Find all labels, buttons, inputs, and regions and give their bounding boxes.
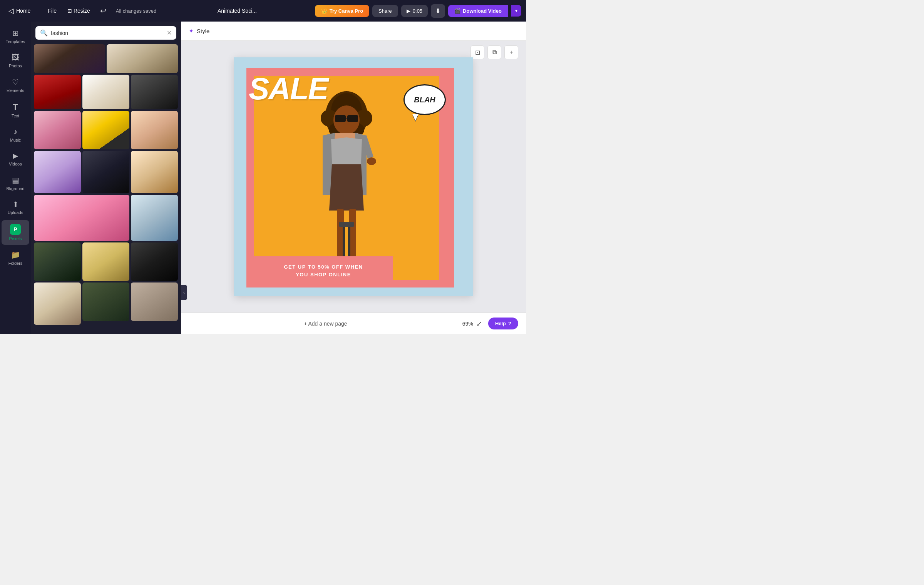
svg-rect-16 bbox=[339, 222, 354, 227]
photo-item[interactable] bbox=[131, 75, 178, 109]
sidebar-item-elements-label: Elements bbox=[7, 88, 24, 93]
style-label: Style bbox=[197, 28, 209, 34]
help-button[interactable]: Help ? bbox=[488, 318, 518, 329]
sidebar-item-videos[interactable]: ▶ Videos bbox=[2, 148, 29, 170]
photo-item[interactable] bbox=[34, 111, 81, 149]
photo-item[interactable] bbox=[34, 75, 81, 109]
background-icon: ▤ bbox=[12, 176, 19, 185]
search-input[interactable] bbox=[51, 30, 164, 36]
file-menu-button[interactable]: File bbox=[44, 5, 60, 16]
download-video-button[interactable]: 🎬 Download Video bbox=[448, 5, 508, 17]
sidebar-item-elements[interactable]: ♡ Elements bbox=[2, 74, 29, 97]
bottom-bar: + Add a new page 69% ⤢ Help ? bbox=[181, 313, 526, 334]
photos-icon: 🖼 bbox=[12, 53, 19, 62]
main-layout: ⊞ Templates 🖼 Photos ♡ Elements T Text ♪… bbox=[0, 22, 526, 334]
svg-rect-7 bbox=[335, 115, 346, 122]
photo-item[interactable] bbox=[82, 75, 129, 109]
crown-icon: 👑 bbox=[321, 8, 327, 14]
help-icon: ? bbox=[508, 321, 511, 326]
music-icon: ♪ bbox=[13, 127, 17, 136]
photo-item[interactable] bbox=[82, 282, 129, 321]
canvas-bottom-bar: GET UP TO 50% OFF WHEN YOU SHOP ONLINE bbox=[254, 256, 393, 285]
sidebar-item-videos-label: Videos bbox=[9, 162, 22, 166]
style-bar: ✦ Style bbox=[181, 22, 526, 41]
style-sparkle-icon: ✦ bbox=[189, 27, 194, 35]
zoom-level: 69% bbox=[462, 321, 473, 327]
sidebar-item-background-label: Bkground bbox=[6, 186, 24, 191]
photo-item[interactable] bbox=[34, 242, 81, 281]
copy-tool-button[interactable]: ⧉ bbox=[487, 45, 501, 59]
photo-item[interactable] bbox=[131, 242, 178, 281]
photo-grid bbox=[31, 75, 181, 334]
undo-button[interactable]: ↩ bbox=[97, 4, 110, 18]
sidebar-item-music-label: Music bbox=[10, 138, 21, 142]
sidebar-item-pexels-label: Pexels bbox=[9, 236, 22, 241]
video-icon: 🎬 bbox=[454, 8, 460, 14]
sidebar-item-text[interactable]: T Text bbox=[2, 98, 29, 122]
pexels-icon: P bbox=[10, 224, 21, 235]
resize-label: Resize bbox=[74, 8, 90, 14]
photo-item[interactable] bbox=[34, 151, 81, 193]
search-clear-button[interactable]: ✕ bbox=[167, 29, 172, 37]
speech-bubble-text: BLAH bbox=[414, 95, 435, 104]
svg-rect-8 bbox=[347, 115, 358, 122]
sidebar-item-templates[interactable]: ⊞ Templates bbox=[2, 25, 29, 48]
nav-divider-1 bbox=[39, 6, 39, 15]
saved-status: All changes saved bbox=[116, 8, 157, 14]
sidebar-item-text-label: Text bbox=[12, 114, 19, 118]
text-icon: T bbox=[13, 102, 18, 112]
resize-button[interactable]: ⊡ Resize bbox=[64, 5, 94, 16]
canvas-area: ✦ Style ⊡ ⧉ + bbox=[181, 22, 526, 334]
sidebar-item-uploads[interactable]: ⬆ Uploads bbox=[2, 196, 29, 219]
sidebar-item-pexels[interactable]: P Pexels bbox=[2, 220, 29, 245]
sidebar-item-photos-label: Photos bbox=[9, 64, 22, 68]
sidebar-item-music[interactable]: ♪ Music bbox=[2, 124, 29, 146]
uploads-icon: ⬆ bbox=[13, 200, 18, 209]
canvas-wrapper: SALE BLAH GET UP TO 50% OFF WHEN YOU SHO… bbox=[181, 41, 526, 313]
sidebar-item-folders-label: Folders bbox=[8, 261, 23, 266]
photo-item[interactable] bbox=[82, 242, 129, 281]
share-button[interactable]: Share bbox=[372, 5, 398, 17]
sidebar-item-uploads-label: Uploads bbox=[8, 210, 23, 215]
add-page-button[interactable]: + Add a new page bbox=[189, 321, 462, 327]
photo-panel: 🔍 ✕ bbox=[31, 22, 181, 334]
templates-icon: ⊞ bbox=[12, 28, 19, 38]
home-label: Home bbox=[16, 8, 30, 14]
play-icon: ▶ bbox=[407, 8, 410, 14]
photo-item[interactable] bbox=[82, 151, 129, 193]
resize-icon: ⊡ bbox=[67, 8, 72, 14]
photo-item[interactable] bbox=[34, 44, 105, 73]
canvas-toolbar: ⊡ ⧉ + bbox=[470, 45, 518, 59]
photo-item[interactable] bbox=[131, 151, 178, 193]
sidebar-item-photos[interactable]: 🖼 Photos bbox=[2, 49, 29, 72]
elements-icon: ♡ bbox=[12, 77, 19, 87]
speech-bubble: BLAH bbox=[403, 84, 446, 115]
photo-item[interactable] bbox=[34, 282, 81, 325]
folders-icon: 📁 bbox=[11, 250, 20, 259]
photo-item[interactable] bbox=[131, 282, 178, 321]
design-canvas[interactable]: SALE BLAH GET UP TO 50% OFF WHEN YOU SHO… bbox=[234, 57, 473, 296]
photo-item[interactable] bbox=[34, 195, 129, 241]
home-button[interactable]: ◁ Home bbox=[5, 4, 34, 17]
download-caret-button[interactable]: ▾ bbox=[511, 5, 521, 17]
zoom-expand-button[interactable]: ⤢ bbox=[476, 319, 482, 328]
document-title[interactable]: Animated Soci... bbox=[162, 8, 311, 14]
canvas-bottom-text-2: YOU SHOP ONLINE bbox=[262, 271, 385, 279]
photo-item[interactable] bbox=[107, 44, 178, 73]
canvas-sale-text: SALE bbox=[249, 74, 328, 104]
sidebar-item-templates-label: Templates bbox=[6, 39, 25, 44]
sidebar: ⊞ Templates 🖼 Photos ♡ Elements T Text ♪… bbox=[0, 22, 31, 334]
photo-item[interactable] bbox=[131, 195, 178, 241]
add-tool-button[interactable]: + bbox=[504, 45, 518, 59]
svg-point-17 bbox=[367, 157, 376, 165]
try-pro-button[interactable]: 👑 Try Canva Pro bbox=[315, 5, 369, 17]
photo-item[interactable] bbox=[82, 111, 129, 149]
fashion-figure-svg bbox=[293, 87, 400, 280]
play-button[interactable]: ▶ 0:05 bbox=[401, 5, 428, 17]
sidebar-item-background[interactable]: ▤ Bkground bbox=[2, 172, 29, 195]
sidebar-item-folders[interactable]: 📁 Folders bbox=[2, 246, 29, 269]
download-icon-button[interactable]: ⬇ bbox=[431, 4, 445, 18]
panel-collapse-handle[interactable]: ‹ bbox=[181, 285, 187, 300]
zoom-display: 69% ⤢ bbox=[462, 319, 482, 328]
photo-item[interactable] bbox=[131, 111, 178, 149]
